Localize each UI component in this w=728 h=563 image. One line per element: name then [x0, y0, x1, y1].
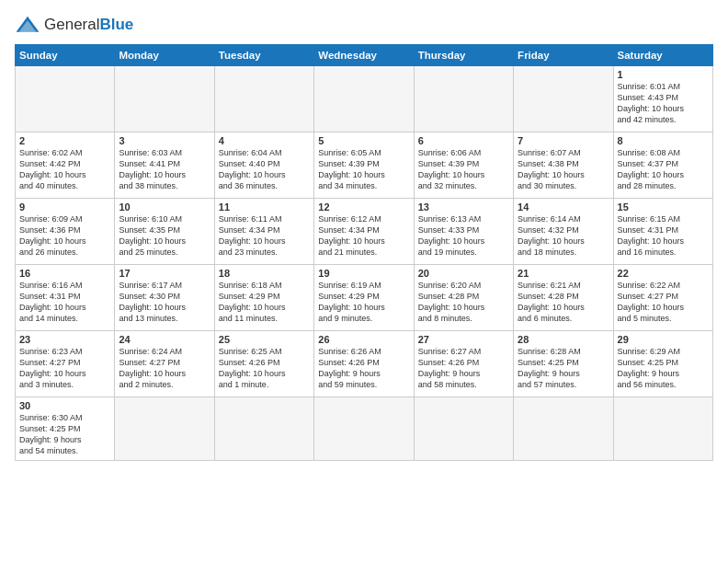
day-info: Sunrise: 6:17 AM Sunset: 4:30 PM Dayligh… [119, 280, 210, 325]
day-number: 5 [318, 135, 409, 146]
calendar-day-cell: 2Sunrise: 6:02 AM Sunset: 4:42 PM Daylig… [16, 132, 115, 199]
calendar-day-cell [314, 397, 414, 461]
calendar-day-cell: 16Sunrise: 6:16 AM Sunset: 4:31 PM Dayli… [16, 265, 115, 331]
day-info: Sunrise: 6:06 AM Sunset: 4:39 PM Dayligh… [418, 147, 509, 192]
calendar-day-cell: 7Sunrise: 6:07 AM Sunset: 4:38 PM Daylig… [514, 132, 613, 199]
logo: GeneralBlue [15, 15, 133, 35]
calendar-day-cell: 14Sunrise: 6:14 AM Sunset: 4:32 PM Dayli… [514, 199, 613, 265]
day-info: Sunrise: 6:22 AM Sunset: 4:27 PM Dayligh… [618, 280, 709, 325]
weekday-header-thursday: Thursday [414, 45, 513, 66]
weekday-header-saturday: Saturday [613, 45, 712, 66]
calendar-week-row: 16Sunrise: 6:16 AM Sunset: 4:31 PM Dayli… [16, 265, 713, 331]
calendar-day-cell: 1Sunrise: 6:01 AM Sunset: 4:43 PM Daylig… [613, 66, 712, 132]
day-number: 30 [19, 400, 110, 411]
day-info: Sunrise: 6:13 AM Sunset: 4:33 PM Dayligh… [418, 213, 509, 259]
day-info: Sunrise: 6:25 AM Sunset: 4:26 PM Dayligh… [219, 346, 310, 391]
day-number: 9 [19, 201, 110, 213]
calendar-day-cell [613, 397, 712, 461]
day-number: 27 [418, 334, 509, 345]
day-number: 28 [518, 334, 609, 345]
day-number: 29 [618, 334, 709, 345]
day-number: 4 [219, 135, 310, 146]
day-number: 17 [119, 268, 210, 279]
calendar-week-row: 23Sunrise: 6:23 AM Sunset: 4:27 PM Dayli… [16, 331, 713, 397]
day-number: 20 [418, 268, 509, 279]
weekday-header-sunday: Sunday [16, 45, 115, 66]
day-number: 19 [318, 268, 409, 279]
day-number: 11 [219, 201, 310, 213]
calendar-day-cell: 6Sunrise: 6:06 AM Sunset: 4:39 PM Daylig… [414, 132, 513, 199]
day-info: Sunrise: 6:20 AM Sunset: 4:28 PM Dayligh… [418, 280, 509, 325]
day-number: 14 [518, 201, 609, 213]
calendar-day-cell: 11Sunrise: 6:11 AM Sunset: 4:34 PM Dayli… [214, 199, 313, 265]
day-number: 3 [119, 135, 210, 146]
day-number: 7 [518, 135, 609, 146]
day-number: 15 [618, 201, 709, 213]
calendar-table: SundayMondayTuesdayWednesdayThursdayFrid… [15, 44, 713, 461]
day-info: Sunrise: 6:23 AM Sunset: 4:27 PM Dayligh… [19, 346, 110, 391]
day-info: Sunrise: 6:18 AM Sunset: 4:29 PM Dayligh… [219, 280, 310, 325]
calendar-day-cell: 28Sunrise: 6:28 AM Sunset: 4:25 PM Dayli… [514, 331, 613, 397]
day-info: Sunrise: 6:10 AM Sunset: 4:35 PM Dayligh… [119, 213, 210, 259]
day-number: 6 [418, 135, 509, 146]
weekday-header-tuesday: Tuesday [214, 45, 313, 66]
day-number: 1 [618, 69, 709, 80]
calendar-day-cell: 8Sunrise: 6:08 AM Sunset: 4:37 PM Daylig… [613, 132, 712, 199]
calendar-day-cell: 30Sunrise: 6:30 AM Sunset: 4:25 PM Dayli… [16, 397, 115, 461]
day-number: 13 [418, 201, 509, 213]
day-number: 12 [318, 201, 409, 213]
day-info: Sunrise: 6:03 AM Sunset: 4:41 PM Dayligh… [119, 147, 210, 192]
day-info: Sunrise: 6:30 AM Sunset: 4:25 PM Dayligh… [19, 412, 110, 457]
calendar-day-cell [214, 66, 313, 132]
calendar-day-cell: 10Sunrise: 6:10 AM Sunset: 4:35 PM Dayli… [115, 199, 214, 265]
calendar-day-cell: 27Sunrise: 6:27 AM Sunset: 4:26 PM Dayli… [414, 331, 513, 397]
day-number: 16 [19, 268, 110, 279]
calendar-day-cell [115, 397, 214, 461]
calendar-day-cell: 9Sunrise: 6:09 AM Sunset: 4:36 PM Daylig… [16, 199, 115, 265]
day-number: 24 [119, 334, 210, 345]
day-info: Sunrise: 6:11 AM Sunset: 4:34 PM Dayligh… [219, 213, 310, 259]
calendar-day-cell: 19Sunrise: 6:19 AM Sunset: 4:29 PM Dayli… [314, 265, 414, 331]
day-info: Sunrise: 6:29 AM Sunset: 4:25 PM Dayligh… [618, 346, 709, 391]
day-number: 26 [318, 334, 409, 345]
logo-text: GeneralBlue [44, 16, 133, 34]
day-info: Sunrise: 6:09 AM Sunset: 4:36 PM Dayligh… [19, 213, 110, 259]
calendar-day-cell: 17Sunrise: 6:17 AM Sunset: 4:30 PM Dayli… [115, 265, 214, 331]
calendar-day-cell: 3Sunrise: 6:03 AM Sunset: 4:41 PM Daylig… [115, 132, 214, 199]
calendar-day-cell [314, 66, 414, 132]
calendar-day-cell: 20Sunrise: 6:20 AM Sunset: 4:28 PM Dayli… [414, 265, 513, 331]
day-info: Sunrise: 6:08 AM Sunset: 4:37 PM Dayligh… [618, 147, 709, 192]
day-number: 2 [19, 135, 110, 146]
day-info: Sunrise: 6:21 AM Sunset: 4:28 PM Dayligh… [518, 280, 609, 325]
day-info: Sunrise: 6:12 AM Sunset: 4:34 PM Dayligh… [318, 213, 409, 259]
calendar-day-cell: 26Sunrise: 6:26 AM Sunset: 4:26 PM Dayli… [314, 331, 414, 397]
day-number: 10 [119, 201, 210, 213]
day-info: Sunrise: 6:14 AM Sunset: 4:32 PM Dayligh… [518, 213, 609, 259]
day-info: Sunrise: 6:07 AM Sunset: 4:38 PM Dayligh… [518, 147, 609, 192]
calendar-day-cell [414, 397, 513, 461]
calendar-week-row: 1Sunrise: 6:01 AM Sunset: 4:43 PM Daylig… [16, 66, 713, 132]
calendar-day-cell: 13Sunrise: 6:13 AM Sunset: 4:33 PM Dayli… [414, 199, 513, 265]
calendar-day-cell: 15Sunrise: 6:15 AM Sunset: 4:31 PM Dayli… [613, 199, 712, 265]
day-info: Sunrise: 6:04 AM Sunset: 4:40 PM Dayligh… [219, 147, 310, 192]
day-info: Sunrise: 6:26 AM Sunset: 4:26 PM Dayligh… [318, 346, 409, 391]
calendar-day-cell [514, 397, 613, 461]
calendar-day-cell: 23Sunrise: 6:23 AM Sunset: 4:27 PM Dayli… [16, 331, 115, 397]
calendar-day-cell [115, 66, 214, 132]
day-info: Sunrise: 6:05 AM Sunset: 4:39 PM Dayligh… [318, 147, 409, 192]
calendar-day-cell: 29Sunrise: 6:29 AM Sunset: 4:25 PM Dayli… [613, 331, 712, 397]
day-info: Sunrise: 6:28 AM Sunset: 4:25 PM Dayligh… [518, 346, 609, 391]
logo-icon [15, 15, 40, 35]
day-info: Sunrise: 6:15 AM Sunset: 4:31 PM Dayligh… [618, 213, 709, 259]
day-info: Sunrise: 6:24 AM Sunset: 4:27 PM Dayligh… [119, 346, 210, 391]
day-number: 25 [219, 334, 310, 345]
weekday-header-friday: Friday [514, 45, 613, 66]
day-info: Sunrise: 6:01 AM Sunset: 4:43 PM Dayligh… [618, 81, 709, 126]
calendar-day-cell [214, 397, 313, 461]
weekday-header-wednesday: Wednesday [314, 45, 414, 66]
calendar-day-cell: 21Sunrise: 6:21 AM Sunset: 4:28 PM Dayli… [514, 265, 613, 331]
weekday-header-row: SundayMondayTuesdayWednesdayThursdayFrid… [16, 45, 713, 66]
calendar-day-cell: 18Sunrise: 6:18 AM Sunset: 4:29 PM Dayli… [214, 265, 313, 331]
header: GeneralBlue [15, 15, 713, 35]
calendar-day-cell [16, 66, 115, 132]
